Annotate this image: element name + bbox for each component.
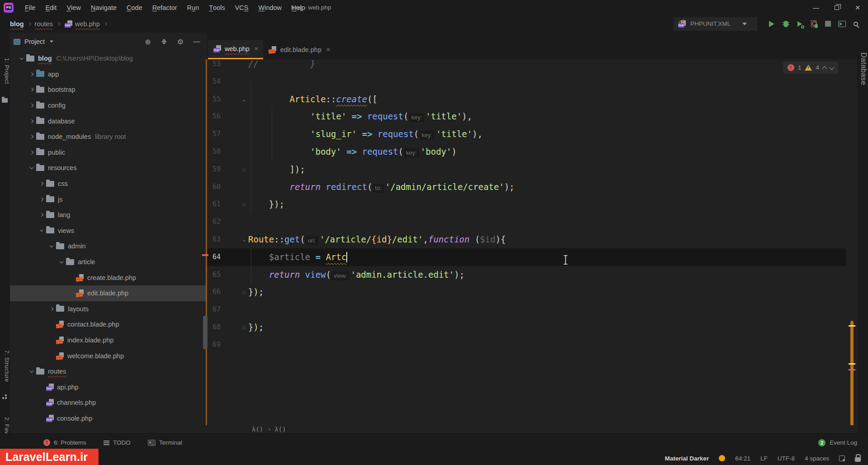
line-separator[interactable]: LF bbox=[760, 455, 768, 462]
restore-button[interactable] bbox=[826, 0, 847, 15]
tree-item-js[interactable]: js bbox=[10, 191, 207, 207]
inspections-settings-icon[interactable] bbox=[839, 456, 845, 461]
code-line-66[interactable]: 66⌂}); bbox=[207, 283, 846, 301]
tool-button-terminal[interactable]: >_ Terminal bbox=[148, 439, 182, 446]
tree-item-edit.blade.php[interactable]: edit.blade.php bbox=[10, 285, 207, 301]
tree-item-admin[interactable]: admin bbox=[10, 238, 207, 254]
tree-item-config[interactable]: config bbox=[10, 98, 207, 114]
chevron-right-icon[interactable] bbox=[28, 151, 35, 154]
code-line-57[interactable]: 57 'slug_ir' => request(key:'title'), bbox=[207, 125, 846, 143]
menu-navigate[interactable]: Navigate bbox=[86, 0, 122, 15]
tree-item-layouts[interactable]: layouts bbox=[10, 301, 207, 317]
error-stripe-scrollbar[interactable] bbox=[849, 59, 856, 425]
stop-icon[interactable] bbox=[824, 20, 832, 28]
tree-item-node_modules[interactable]: node_moduleslibrary root bbox=[10, 129, 207, 145]
run-configuration-select[interactable]: PHP✓✗ PHPUNIT.XML bbox=[674, 17, 757, 31]
menu-run[interactable]: Run bbox=[182, 0, 204, 15]
debug-icon[interactable] bbox=[782, 20, 790, 28]
fold-end-icon[interactable]: ⌂ bbox=[240, 283, 249, 301]
breadcrumb-lambda[interactable]: λ() bbox=[274, 426, 286, 433]
hide-panel-icon[interactable]: — bbox=[193, 38, 201, 46]
menu-refactor[interactable]: Refactor bbox=[147, 0, 182, 15]
minimize-button[interactable]: — bbox=[806, 0, 826, 15]
coverage-icon[interactable] bbox=[796, 20, 804, 28]
theme-color-dot-icon[interactable] bbox=[719, 455, 725, 461]
menu-file[interactable]: File bbox=[20, 0, 40, 15]
code-line-56[interactable]: 56 'title' => request(key:'title'), bbox=[207, 108, 846, 125]
chevron-right-icon[interactable] bbox=[38, 214, 45, 216]
code-line-54[interactable]: 54 bbox=[207, 73, 846, 90]
search-everywhere-icon[interactable] bbox=[852, 20, 860, 28]
tab-web-php[interactable]: PHP web.php ✕ bbox=[208, 40, 263, 59]
chevron-down-icon[interactable] bbox=[50, 40, 54, 43]
chevron-right-icon[interactable] bbox=[38, 198, 45, 201]
tree-item-lang[interactable]: lang bbox=[10, 207, 207, 223]
breadcrumb-item-blog[interactable]: blog bbox=[10, 20, 24, 28]
chevron-down-icon[interactable] bbox=[48, 246, 55, 247]
fold-end-icon[interactable]: ⌂ bbox=[240, 318, 249, 336]
menu-view[interactable]: View bbox=[61, 0, 85, 15]
chevron-right-icon[interactable] bbox=[28, 73, 35, 76]
scrollbar-thumb[interactable] bbox=[850, 321, 854, 425]
close-icon[interactable]: ✕ bbox=[326, 47, 330, 53]
tree-item-resources[interactable]: resources bbox=[10, 160, 207, 176]
tree-item-routes[interactable]: routes bbox=[10, 364, 207, 380]
chevron-down-icon[interactable] bbox=[28, 371, 35, 372]
locate-file-icon[interactable]: ⊕ bbox=[144, 38, 152, 46]
tree-item-database[interactable]: database bbox=[10, 113, 207, 129]
gear-icon[interactable]: ⚙ bbox=[176, 38, 184, 46]
tree-item-article[interactable]: article bbox=[10, 254, 207, 270]
fold-end-icon[interactable]: ⌂ bbox=[240, 195, 249, 213]
tab-edit-blade-php[interactable]: edit.blade.php ✕ bbox=[263, 40, 335, 59]
menu-code[interactable]: Code bbox=[122, 0, 147, 15]
attach-debugger-icon[interactable] bbox=[810, 20, 818, 28]
run-anything-icon[interactable] bbox=[838, 20, 846, 28]
fold-end-icon[interactable]: ⌂ bbox=[240, 161, 249, 178]
lock-icon[interactable] bbox=[855, 457, 861, 462]
chevron-right-icon[interactable] bbox=[28, 120, 35, 123]
code-line-55[interactable]: 55⌄ Article::create([ bbox=[207, 90, 846, 108]
tree-item-bootstrap[interactable]: bootstrap bbox=[10, 82, 207, 98]
fold-start-icon[interactable]: ⌄ bbox=[240, 231, 249, 248]
fold-start-icon[interactable]: ⌄ bbox=[240, 90, 249, 108]
tool-button-todo[interactable]: TODO bbox=[104, 439, 131, 446]
code-line-53[interactable]: 53// } bbox=[207, 59, 846, 73]
tree-item-views[interactable]: views bbox=[10, 223, 207, 239]
tree-item-index.blade.php[interactable]: index.blade.php bbox=[10, 332, 207, 348]
chevron-down-icon[interactable] bbox=[38, 230, 45, 231]
collapse-all-icon[interactable] bbox=[160, 38, 168, 46]
tool-button-event-log[interactable]: 2 Event Log bbox=[818, 439, 857, 446]
code-line-61[interactable]: 61⌂ }); bbox=[207, 195, 846, 213]
code-line-63[interactable]: 63⌄Route::get(uri:'/article/{id}/edit',f… bbox=[207, 231, 846, 248]
tree-item-welcome.blade.php[interactable]: welcome.blade.php bbox=[10, 348, 207, 364]
run-icon[interactable] bbox=[768, 20, 776, 28]
breadcrumb-item-web.php[interactable]: web.php bbox=[75, 20, 100, 28]
panel-splitter[interactable] bbox=[206, 59, 207, 425]
code-line-62[interactable]: 62 bbox=[207, 213, 846, 231]
breadcrumb-lambda[interactable]: λ() bbox=[252, 426, 263, 433]
warning-mark[interactable] bbox=[849, 325, 855, 327]
breadcrumb-item-routes[interactable]: routes bbox=[35, 20, 53, 28]
code-line-67[interactable]: 67 bbox=[207, 301, 846, 318]
project-scrollbar-thumb[interactable] bbox=[203, 316, 208, 349]
warning-mark[interactable] bbox=[849, 363, 855, 365]
menu-vcs[interactable]: VCS bbox=[230, 0, 254, 15]
close-button[interactable]: ✕ bbox=[847, 0, 868, 15]
tree-item-app[interactable]: app bbox=[10, 66, 207, 82]
theme-name[interactable]: Material Darker bbox=[665, 455, 709, 462]
tool-button-problems[interactable]: ! 6: Problems bbox=[43, 439, 86, 446]
chevron-right-icon[interactable] bbox=[28, 88, 35, 91]
file-encoding[interactable]: UTF-8 bbox=[778, 455, 795, 462]
tree-item-channels.php[interactable]: PHPchannels.php bbox=[10, 395, 207, 411]
tree-item-api.php[interactable]: PHPapi.php bbox=[10, 379, 207, 395]
tree-item-contact.blade.php[interactable]: contact.blade.php bbox=[10, 317, 207, 332]
code-line-58[interactable]: 58 'body' => request(key:'body') bbox=[207, 143, 846, 161]
tree-item-create.blade.php[interactable]: create.blade.php bbox=[10, 270, 207, 285]
code-line-65[interactable]: 65 return view(view:'admin.article.edit'… bbox=[207, 266, 846, 284]
tree-item-blog[interactable]: blogC:\Users\HP\Desktop\blog bbox=[10, 51, 207, 66]
caret-position[interactable]: 64:21 bbox=[735, 455, 750, 462]
chevron-right-icon[interactable] bbox=[48, 308, 55, 310]
indent-setting[interactable]: 4 spaces bbox=[805, 455, 829, 462]
code-line-64[interactable]: 64 $article = Artc bbox=[207, 248, 846, 266]
tree-item-console.php[interactable]: PHPconsole.php bbox=[10, 411, 207, 427]
